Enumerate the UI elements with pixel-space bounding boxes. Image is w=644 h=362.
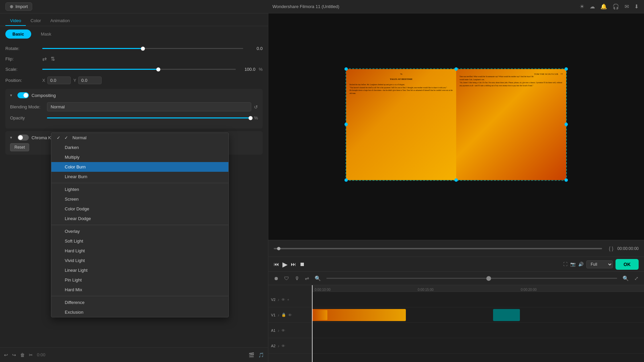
top-left-handle[interactable]	[344, 67, 348, 70]
track-a2-eye[interactable]: 👁	[281, 344, 285, 348]
dropdown-item-lighten[interactable]: Lighten	[51, 185, 228, 194]
mail-icon[interactable]: ✉	[625, 3, 629, 10]
mid-right-handle[interactable]	[565, 123, 568, 126]
dropdown-item-soft-light[interactable]: Soft Light	[51, 236, 228, 246]
scale-slider-track[interactable]	[42, 69, 236, 70]
flip-vertical-icon[interactable]: ⇅	[51, 56, 55, 62]
top-center-handle[interactable]	[454, 67, 458, 70]
rotate-slider-track[interactable]	[42, 48, 243, 49]
fit-icon[interactable]: ⤢	[634, 275, 639, 281]
track-v2-add[interactable]: +	[287, 298, 289, 302]
tab-animation[interactable]: Animation	[46, 16, 74, 26]
clip-book[interactable]	[312, 309, 406, 321]
time-marker-1: 0:00:10:00	[315, 288, 330, 292]
record-icon[interactable]: ⏺	[274, 275, 279, 281]
flip-label: Flip:	[5, 56, 42, 61]
dropdown-item-darken[interactable]: Darken	[51, 143, 228, 152]
dropdown-item-multiply[interactable]: Multiply	[51, 152, 228, 162]
out-bracket[interactable]: }	[612, 246, 613, 251]
pos-y-input[interactable]	[78, 76, 102, 84]
dropdown-item-pin-light[interactable]: Pin Light	[51, 275, 228, 285]
dropdown-item-difference[interactable]: Difference	[51, 298, 228, 307]
blending-select[interactable]: Normal	[47, 102, 251, 111]
bottom-left-handle[interactable]	[344, 178, 348, 182]
dropdown-item-linear-burn[interactable]: Linear Burn	[51, 172, 228, 182]
left-panel: Video Color Animation Basic Mask Rotate:…	[0, 13, 268, 362]
dropdown-item-hard-mix[interactable]: Hard Mix	[51, 285, 228, 295]
clip-teal[interactable]	[493, 309, 520, 321]
zoom-in-icon[interactable]: 🔍	[623, 275, 629, 281]
track-v1-eye[interactable]: 👁	[288, 313, 292, 317]
dropdown-item-linear-dodge[interactable]: Linear Dodge	[51, 214, 228, 223]
dropdown-item-linear-light[interactable]: Linear Light	[51, 265, 228, 275]
track-a1-eye[interactable]: 👁	[281, 328, 285, 332]
dropdown-item-overlay[interactable]: Overlay	[51, 226, 228, 236]
dropdown-item-screen[interactable]: Screen	[51, 194, 228, 204]
headset-icon[interactable]: 🎧	[612, 3, 619, 10]
timeline-scrubber[interactable]	[274, 248, 602, 249]
subtab-mask[interactable]: Mask	[34, 30, 58, 39]
compositing-toggle[interactable]	[17, 92, 29, 98]
stop-button[interactable]: ⏹	[300, 261, 305, 267]
in-bracket[interactable]: {	[609, 246, 610, 251]
position-fields: X Y	[42, 76, 102, 84]
reset-icon[interactable]: ↺	[254, 104, 258, 110]
dropdown-item-vivid-light[interactable]: Vivid Light	[51, 256, 228, 265]
tab-color[interactable]: Color	[26, 16, 46, 26]
sun-icon[interactable]: ☀	[580, 3, 584, 10]
subtab-basic[interactable]: Basic	[5, 30, 31, 39]
book-left-page: 76 TALES AT BEDTIME fetched the day befo…	[346, 69, 456, 180]
dropdown-item-normal[interactable]: ✓Normal	[51, 133, 228, 143]
zoom-thumb[interactable]	[486, 276, 491, 281]
position-y-field: Y	[73, 76, 102, 84]
chroma-reset-button[interactable]: Reset	[10, 143, 29, 151]
redo-icon[interactable]: ↪	[12, 352, 16, 358]
download-icon[interactable]: ⬇	[634, 3, 639, 10]
prev-frame-button[interactable]: ⏮	[274, 261, 279, 267]
quality-select[interactable]: Full Half Quarter	[586, 260, 613, 268]
zoom-out-icon[interactable]: 🔍	[315, 275, 321, 281]
cut-icon[interactable]: ✂	[29, 352, 33, 358]
mid-left-handle[interactable]	[344, 123, 348, 126]
flip-horizontal-icon[interactable]: ⇄	[42, 56, 47, 62]
bottom-center-handle[interactable]	[454, 178, 458, 182]
undo-icon[interactable]: ↩	[4, 352, 8, 358]
delete-icon[interactable]: 🗑	[20, 352, 25, 358]
dropdown-item-color-burn[interactable]: Color Burn	[51, 162, 228, 172]
mic-icon[interactable]: 🎙	[294, 275, 300, 281]
compositing-collapse-icon[interactable]: ▾	[10, 93, 15, 98]
chroma-collapse-icon[interactable]: ▾	[10, 135, 15, 140]
add-media-icon[interactable]: 🎬	[249, 352, 254, 358]
dropdown-item-exclusion[interactable]: Exclusion	[51, 307, 228, 317]
chroma-toggle[interactable]	[17, 135, 29, 141]
top-right-handle[interactable]	[565, 67, 568, 70]
transition-icon[interactable]: ⇌	[305, 275, 309, 281]
mask-tool-icon[interactable]: 🛡	[284, 275, 289, 281]
bottom-right-handle[interactable]	[565, 178, 568, 182]
cloud-icon[interactable]: ☁	[590, 3, 595, 10]
opacity-slider[interactable]	[47, 117, 251, 118]
timeline-playhead[interactable]	[312, 285, 313, 362]
scrubber-thumb[interactable]	[277, 247, 280, 250]
tab-video[interactable]: Video	[5, 16, 26, 26]
import-button[interactable]: ⊕ Import	[5, 2, 32, 11]
track-v2-eye[interactable]: 👁	[281, 298, 285, 302]
dropdown-item-color-dodge[interactable]: Color Dodge	[51, 204, 228, 214]
zoom-slider[interactable]	[326, 278, 617, 279]
add-effect-icon[interactable]: 🎵	[258, 352, 264, 358]
volume-icon[interactable]: 🔊	[578, 262, 584, 267]
position-row: Position: X Y	[5, 76, 263, 84]
pos-x-input[interactable]	[47, 76, 71, 84]
next-frame-button[interactable]: ⏭	[291, 261, 296, 267]
fullscreen-icon[interactable]: ⛶	[563, 262, 568, 267]
track-v1-speaker[interactable]: ♪	[277, 313, 279, 317]
bell-icon[interactable]: 🔔	[600, 3, 607, 10]
dropdown-item-hard-light[interactable]: Hard Light	[51, 246, 228, 256]
track-v2-speaker[interactable]: ♪	[277, 298, 279, 302]
track-a1-speaker[interactable]: ♪	[277, 328, 279, 332]
ok-button[interactable]: OK	[615, 259, 639, 270]
track-v1-lock[interactable]: 🔒	[281, 313, 286, 317]
play-pause-button[interactable]: ▶	[282, 260, 287, 268]
track-a2-speaker[interactable]: ♪	[277, 344, 279, 348]
snapshot-icon[interactable]: 📷	[570, 262, 576, 267]
